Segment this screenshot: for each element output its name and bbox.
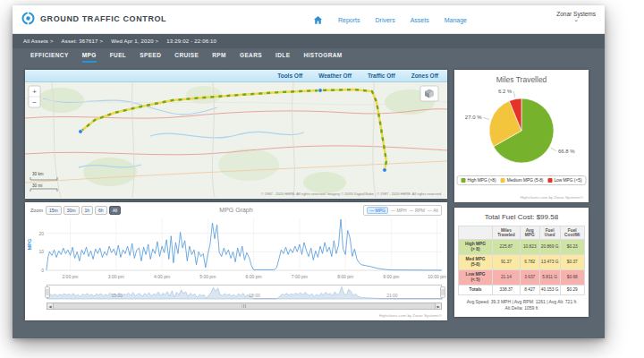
app-window: GROUND TRAFFIC CONTROL Reports Drivers A… <box>13 5 605 338</box>
x-axis-tick: 7:00 pm <box>292 274 308 279</box>
x-axis-tick: 8:00 pm <box>337 274 353 279</box>
tools-toggle-button[interactable]: Tools Off <box>277 72 302 79</box>
miles-travelled-pie-chart: 66.8 %27.0 %6.2 % <box>454 84 589 174</box>
map-zoom-in-button[interactable]: + <box>32 88 37 96</box>
tab-bar: EFFICIENCY MPG FUEL SPEED CRUISE RPM GEA… <box>30 52 343 63</box>
nav-assets[interactable]: Assets <box>411 17 429 23</box>
map-toolbar: Tools Off Weather Off Traffic Off Zones … <box>25 70 447 82</box>
map-zoom-out-button[interactable]: − <box>32 98 37 107</box>
weather-toggle-button[interactable]: Weather Off <box>318 72 352 79</box>
scrollbar-right-arrow[interactable]: ▶ <box>435 303 442 310</box>
navigator-handle-right[interactable] <box>441 287 445 298</box>
map-panel: Tools Off Weather Off Traffic Off Zones … <box>25 70 447 199</box>
col-blank <box>459 226 493 240</box>
col-fuel-cost-mi: Fuel Cost/Mi <box>560 226 584 240</box>
legend-item-medium-mpg[interactable]: Medium MPG (5-8) <box>501 178 544 183</box>
pie-legend: High MPG (>8) Medium MPG (5-8) Low MPG (… <box>457 175 587 185</box>
x-axis-tick: 3:00 pm <box>108 274 124 279</box>
y-axis-tick: 0 <box>41 268 44 273</box>
tab-histogram[interactable]: HISTOGRAM <box>303 52 342 63</box>
col-avg-mpg: Avg MPG <box>520 226 539 240</box>
tab-rpm[interactable]: RPM <box>212 52 226 63</box>
traffic-toggle-button[interactable]: Traffic Off <box>368 72 395 79</box>
home-icon[interactable] <box>313 15 323 25</box>
tab-speed[interactable]: SPEED <box>140 52 161 63</box>
navigator-tick: 18:00 <box>249 293 260 298</box>
navigator-area <box>47 286 443 299</box>
range-selector: Zoom 15m 30m 1h 6h All <box>30 206 121 215</box>
nav-drivers[interactable]: Drivers <box>376 17 395 23</box>
total-fuel-cost-title: Total Fuel Cost: $99.58 <box>454 213 589 221</box>
range-15m-button[interactable]: 15m <box>46 206 62 215</box>
navigator-tick: 21:00 <box>386 293 398 298</box>
range-30m-button[interactable]: 30m <box>64 206 80 215</box>
low-mpg-swatch <box>547 178 552 183</box>
map-layers-button[interactable] <box>420 86 438 101</box>
brand: GROUND TRAFFIC CONTROL <box>21 12 166 25</box>
y-axis-tick: 10 <box>38 249 44 254</box>
screen: { "header": { "brand": "GROUND TRAFFIC C… <box>0 0 644 358</box>
series-legend: — MPG — MPH — RPM — Alt <box>363 205 442 216</box>
breadcrumb: All Assets > Asset: 367617 > Wed Apr 1, … <box>13 34 605 48</box>
map-zoom-control[interactable]: + − <box>29 86 40 107</box>
series-toggle-mph[interactable]: — MPH <box>391 208 407 213</box>
series-toggle-rpm[interactable]: — RPM <box>410 208 426 213</box>
chevron-down-icon[interactable]: ⌄ <box>556 17 596 21</box>
x-axis-tick: 9:00 pm <box>383 274 399 279</box>
x-axis-tick: 5:00 pm <box>199 274 216 279</box>
legend-label-low: Low MPG (<5) <box>554 178 581 183</box>
navigator-handle-left[interactable] <box>46 287 50 298</box>
tab-mpg[interactable]: MPG <box>82 52 97 63</box>
pie-chart-title: Miles Travelled <box>454 75 589 84</box>
fuel-table: Miles Traveled Avg MPG Fuel Used Fuel Co… <box>458 226 585 295</box>
medium-mpg-swatch <box>501 178 505 183</box>
y-axis-tick: 20 <box>38 231 44 236</box>
range-all-button[interactable]: All <box>109 206 122 215</box>
x-axis-tick: 4:00 pm <box>154 274 170 279</box>
legend-label-high: High MPG (>8) <box>468 178 496 183</box>
content-area: EFFICIENCY MPG FUEL SPEED CRUISE RPM GEA… <box>13 48 605 338</box>
x-axis-tick: 2:00 pm <box>62 274 78 279</box>
scrollbar-thumb[interactable] <box>54 303 435 310</box>
pie-value-label: 6.2 % <box>498 89 513 94</box>
chart-scrollbar: ◀ ▶ <box>47 303 442 310</box>
pie-value-label: 66.8 % <box>558 149 575 154</box>
fuel-row-low: Low MPG(< 5) 21.14 3.637 5.811 G $0.68 <box>459 269 585 285</box>
fuel-row-high: High MPG(> 8) 225.87 10.823 20.869 G $0.… <box>459 240 585 255</box>
range-6h-button[interactable]: 6h <box>95 206 107 215</box>
avg-stats-line1: Avg Speed: 39.3 MPH | Avg RPM: 1261 | Av… <box>454 299 589 306</box>
mpg-line-chart[interactable]: 2:00 pm3:00 pm4:00 pm5:00 pm6:00 pm7:00 … <box>47 218 442 281</box>
series-toggle-mpg[interactable]: — MPG <box>367 207 388 214</box>
legend-item-low-mpg[interactable]: Low MPG (<5) <box>547 178 581 183</box>
high-mpg-swatch <box>462 178 466 183</box>
mpg-graph-panel: Zoom 15m 30m 1h 6h All MPG Graph — MPG —… <box>25 202 447 320</box>
account-menu[interactable]: Zonar Systems ⌄ <box>556 11 596 21</box>
series-toggle-alt[interactable]: — Alt <box>428 208 438 213</box>
legend-item-high-mpg[interactable]: High MPG (>8) <box>462 178 496 183</box>
x-axis-tick: 10:00 pm <box>428 274 446 279</box>
tab-cruise[interactable]: CRUISE <box>174 52 199 63</box>
tab-efficiency[interactable]: EFFICIENCY <box>30 52 69 63</box>
miles-travelled-panel: Miles Travelled 66.8 %27.0 %6.2 % High M… <box>454 70 589 202</box>
breadcrumb-date[interactable]: Wed Apr 1, 2020 > <box>111 38 158 44</box>
col-miles-traveled: Miles Traveled <box>493 226 521 240</box>
map-attribution: © 1987 - 2020 HERE. All rights reserved.… <box>261 192 442 196</box>
tab-gears[interactable]: GEARS <box>240 52 262 63</box>
range-1h-button[interactable]: 1h <box>81 206 94 215</box>
avg-stats-line2: Alt Delta: 1059 ft <box>454 305 589 312</box>
map-scale-km: 30 km <box>32 172 44 176</box>
breadcrumb-asset[interactable]: Asset: 367617 > <box>62 38 104 44</box>
tab-idle[interactable]: IDLE <box>275 52 290 63</box>
map-canvas[interactable]: + − 30 km 30 mi © 1987 <box>25 82 447 198</box>
fuel-row-med: Med MPG(5-8) 91.37 6.782 13.473 G $0.37 <box>459 254 585 269</box>
zoom-label: Zoom <box>30 208 43 213</box>
zones-toggle-button[interactable]: Zones Off <box>411 72 438 79</box>
nav-reports[interactable]: Reports <box>338 17 360 23</box>
breadcrumb-time-range: 13:29:02 - 22:06:10 <box>166 38 216 44</box>
nav-manage[interactable]: Manage <box>445 17 467 23</box>
chart-navigator[interactable]: 15:0018:0021:00 <box>47 285 442 299</box>
tab-fuel[interactable]: FUEL <box>110 52 127 63</box>
x-axis-tick: 6:00 pm <box>246 274 262 279</box>
scrollbar-left-arrow[interactable]: ◀ <box>47 303 54 310</box>
breadcrumb-all-assets[interactable]: All Assets > <box>23 38 54 44</box>
